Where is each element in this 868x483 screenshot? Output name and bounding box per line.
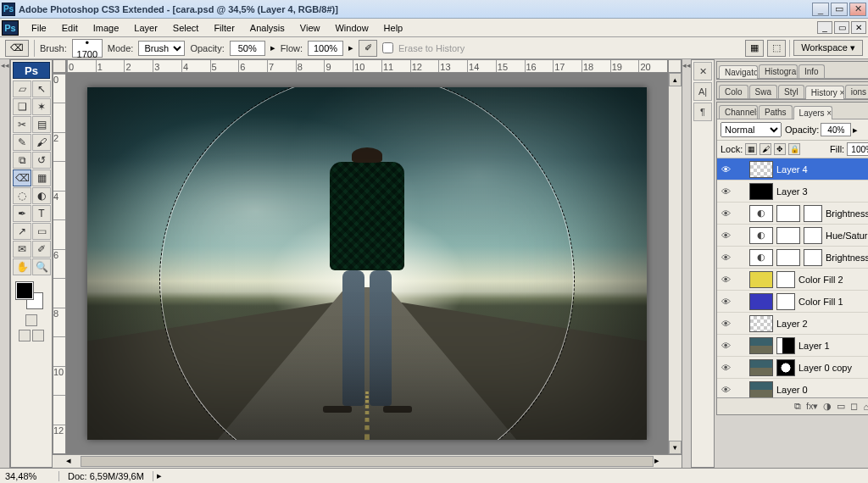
visibility-icon[interactable]: 👁 — [719, 383, 732, 397]
tab-navigator[interactable]: Navigator × — [719, 65, 758, 79]
layer-name[interactable]: Color Fill 1 — [798, 297, 868, 307]
lock-position-icon[interactable]: ✥ — [774, 143, 786, 155]
menu-analysis[interactable]: Analysis — [242, 20, 292, 36]
tab-styles[interactable]: Styl — [778, 85, 804, 98]
notes-tool[interactable]: ✉ — [13, 241, 31, 258]
paragraph-sideicon[interactable]: ¶ — [693, 103, 712, 121]
layer-footer-icon[interactable]: ◑ — [823, 401, 832, 412]
tab-channels[interactable]: Channels — [719, 105, 758, 119]
visibility-icon[interactable]: 👁 — [719, 295, 732, 308]
crop-tool[interactable]: ✂ — [13, 116, 31, 133]
horizontal-scrollbar[interactable]: ◂▸ — [53, 454, 682, 468]
color-swatches[interactable] — [13, 280, 50, 311]
tool-grip[interactable]: ◂◂ — [0, 59, 10, 468]
canvas-viewport[interactable] — [66, 73, 668, 454]
quickmask-icon[interactable] — [25, 314, 37, 326]
airbrush-icon[interactable]: ✐ — [359, 40, 377, 57]
layer-row[interactable]: 👁Layer 3 — [717, 180, 868, 203]
visibility-icon[interactable]: 👁 — [719, 339, 732, 353]
tab-swatches[interactable]: Swa — [749, 85, 777, 98]
menu-filter[interactable]: Filter — [206, 20, 242, 36]
blur-tool[interactable]: ◌ — [13, 187, 31, 204]
zoom-tool[interactable]: 🔍 — [32, 258, 51, 275]
menu-select[interactable]: Select — [165, 20, 207, 36]
menu-help[interactable]: Help — [376, 20, 411, 36]
menu-edit[interactable]: Edit — [54, 20, 86, 36]
visibility-icon[interactable]: 👁 — [719, 251, 732, 264]
brushes-palette-icon[interactable]: ▦ — [745, 40, 764, 57]
tab-info[interactable]: Info — [798, 64, 825, 78]
restore-button[interactable]: ▭ — [831, 3, 848, 16]
flow-input[interactable]: 100% — [308, 41, 343, 56]
character-sideicon[interactable]: A| — [693, 82, 712, 101]
visibility-icon[interactable]: 👁 — [719, 163, 732, 176]
zoom-level[interactable]: 34,48% — [0, 471, 59, 481]
layer-footer-icon[interactable]: ⌂ — [863, 402, 868, 412]
tab-layers[interactable]: Layers × — [793, 106, 832, 119]
gradient-tool[interactable]: ▦ — [32, 169, 51, 186]
close-button[interactable]: ✕ — [849, 3, 866, 16]
brush-tool[interactable]: 🖌 — [32, 134, 51, 151]
screenmode-icon[interactable] — [19, 330, 31, 341]
workspace-menu[interactable]: Workspace ▾ — [793, 40, 863, 56]
golive-icon[interactable]: ⬚ — [767, 40, 786, 57]
fill-input[interactable]: 100% — [847, 142, 868, 156]
history-brush-tool[interactable]: ↺ — [32, 152, 51, 169]
shape-tool[interactable]: ▭ — [32, 223, 51, 240]
visibility-icon[interactable]: 👁 — [719, 229, 732, 242]
panel-grip[interactable]: ◂◂ — [682, 59, 691, 468]
lock-pixels-icon[interactable]: 🖌 — [760, 143, 771, 155]
visibility-icon[interactable]: 👁 — [719, 317, 732, 330]
quickselect-tool[interactable]: ✶ — [32, 98, 51, 115]
layer-name[interactable]: Color Fill 2 — [798, 275, 868, 285]
history-sideicon[interactable]: ✕ — [693, 62, 712, 80]
layer-footer-icon[interactable]: ▭ — [837, 401, 845, 412]
healing-tool[interactable]: ✎ — [13, 134, 31, 151]
eyedropper-tool[interactable]: ✐ — [32, 241, 51, 258]
visibility-icon[interactable]: 👁 — [719, 273, 732, 286]
vertical-scrollbar[interactable]: ▴▾ — [668, 73, 682, 454]
doc-size[interactable]: Doc: 6,59M/39,6M — [59, 471, 153, 481]
tab-color[interactable]: Colo — [719, 85, 748, 98]
layer-row[interactable]: 👁Color Fill 2 — [717, 269, 868, 291]
path-tool[interactable]: ↗ — [13, 223, 31, 240]
visibility-icon[interactable]: 👁 — [719, 361, 732, 375]
layer-name[interactable]: Layer 1 — [798, 341, 868, 351]
erase-history-checkbox[interactable] — [382, 42, 393, 53]
tab-histogram[interactable]: Histogram — [759, 64, 798, 78]
ruler-origin[interactable] — [53, 59, 66, 73]
layer-footer-icon[interactable]: fx▾ — [806, 401, 819, 412]
visibility-icon[interactable]: 👁 — [719, 185, 732, 198]
tab-history[interactable]: History × — [805, 86, 844, 99]
doc-minimize-button[interactable]: _ — [817, 21, 832, 34]
layer-row[interactable]: 👁Layer 0 — [717, 379, 868, 397]
layer-row[interactable]: 👁Layer 4 — [717, 158, 868, 180]
brush-preset-picker[interactable]: • 1700 — [72, 39, 103, 58]
layer-name[interactable]: Layer 4 — [776, 164, 868, 175]
opacity-input[interactable]: 50% — [230, 41, 265, 56]
layer-name[interactable]: Brightness/C... — [826, 208, 868, 219]
tab-paths[interactable]: Paths — [759, 105, 793, 119]
layer-name[interactable]: Layer 0 — [776, 385, 868, 395]
tab-actions[interactable]: ions — [845, 85, 868, 98]
layer-name[interactable]: Brightness/C... — [826, 253, 868, 263]
mode-select[interactable]: Brush — [138, 41, 185, 56]
menu-window[interactable]: Window — [327, 20, 376, 36]
menu-view[interactable]: View — [292, 20, 328, 36]
minimize-button[interactable]: _ — [812, 3, 829, 16]
ps-icon[interactable]: Ps — [2, 20, 19, 36]
eraser-tool[interactable]: ⌫ — [13, 169, 31, 186]
layer-row[interactable]: 👁Layer 2 — [717, 313, 868, 335]
foreground-color[interactable] — [16, 282, 33, 299]
layer-row[interactable]: 👁◐Hue/Saturati... — [717, 225, 868, 247]
current-tool-icon[interactable]: ⌫ — [5, 40, 29, 57]
stamp-tool[interactable]: ⧉ — [13, 152, 31, 169]
ruler-horizontal[interactable]: 01234567891011121314151617181920 — [66, 59, 668, 73]
layer-row[interactable]: 👁◐Brightness/C... — [717, 203, 868, 225]
layer-footer-icon[interactable]: ◻ — [850, 401, 858, 412]
screenmode2-icon[interactable] — [32, 330, 44, 341]
layer-footer-icon[interactable]: ⧉ — [794, 401, 801, 412]
layer-row[interactable]: 👁Color Fill 1 — [717, 291, 868, 313]
status-menu-icon[interactable]: ▸ — [153, 470, 165, 481]
pen-tool[interactable]: ✒ — [13, 205, 31, 222]
